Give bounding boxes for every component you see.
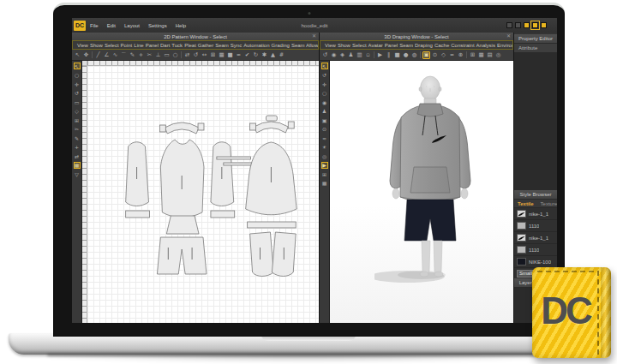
poly-side-icon[interactable]: ◇ (74, 108, 81, 115)
menu-settings[interactable]: Settings (148, 23, 167, 28)
tab-attribute[interactable]: Attribute (514, 44, 557, 53)
grid-3d-icon[interactable]: ⊞ (321, 170, 328, 177)
pattern-piece-hood-tab[interactable] (250, 123, 256, 130)
capture-icon[interactable]: ◎ (494, 51, 502, 59)
style-item[interactable]: NIKE-100 (514, 256, 557, 268)
viewport-3d[interactable] (330, 61, 513, 323)
pen-tool-icon[interactable]: ✎ (129, 51, 136, 59)
pattern-piece-shorts-back-left[interactable] (250, 232, 274, 277)
draping-menu-draping[interactable]: Draping (415, 43, 433, 48)
close-icon[interactable]: ✕ (506, 33, 511, 39)
property-editor-header[interactable]: Property Editor (514, 34, 557, 44)
draping-menu-avatar[interactable]: Avatar (368, 43, 383, 48)
camera-3d-icon[interactable]: ◎ (321, 152, 328, 159)
show-avatar-icon[interactable]: ◉ (330, 51, 338, 59)
draping-menu-seam[interactable]: Seam (399, 43, 413, 48)
move-tool-icon[interactable]: ✥ (82, 51, 90, 59)
style-item[interactable]: 1110 (514, 220, 557, 232)
play-icon[interactable]: ▶ (376, 51, 384, 59)
reset-view-icon[interactable]: ↺ (321, 51, 329, 59)
scissors-tool-icon[interactable]: ✂ (146, 51, 153, 59)
orbit-3d-icon[interactable]: ↺ (321, 72, 328, 79)
pattern-piece-front-bodice[interactable] (160, 140, 204, 218)
pattern-piece-waistband[interactable] (248, 222, 297, 228)
select-side-icon[interactable]: ↖ (74, 63, 81, 69)
pattern-piece-hood-top[interactable] (266, 116, 277, 121)
fold-icon[interactable]: ◇ (440, 51, 447, 59)
select-3d-icon[interactable]: ↖ (321, 63, 328, 69)
automation-tool-icon[interactable]: ✱ (261, 51, 268, 59)
pattern-window-titlebar[interactable]: 2D Pattern Window - Select ✕ (72, 33, 319, 40)
draping-menu-show[interactable]: Show (338, 43, 350, 48)
app-logo[interactable]: DC (74, 21, 86, 31)
pattern-menu-seam-allowance[interactable]: Seam Allowance (291, 43, 319, 48)
select-tool-icon[interactable]: ↖ (74, 51, 81, 59)
menu-file[interactable]: File (90, 23, 99, 28)
pattern-piece-sleeve-right[interactable] (211, 142, 234, 206)
pattern-piece-shorts-front[interactable] (157, 237, 207, 274)
curve-tool-icon[interactable]: ∿ (111, 51, 119, 59)
pose-icon[interactable]: ♟ (347, 51, 355, 59)
sew-icon[interactable]: ≈ (448, 51, 456, 59)
pan-3d-icon[interactable]: ✛ (321, 81, 328, 87)
draping-window-titlebar[interactable]: 3D Draping Window - Select ✕ (320, 33, 513, 40)
pattern-menu-point[interactable]: Point (121, 43, 133, 48)
rectangle-tool-icon[interactable]: ▭ (163, 51, 171, 59)
pattern-menu-dart[interactable]: Dart (160, 43, 170, 48)
line-tool-icon[interactable]: ╱ (94, 51, 102, 59)
cache-icon[interactable]: ◍ (410, 51, 418, 59)
sheet-view-icon[interactable]: ▤ (486, 51, 494, 59)
stop-icon[interactable]: ■ (393, 51, 401, 59)
rect-side-icon[interactable]: ▭ (74, 98, 81, 105)
pattern-menu-automation[interactable]: Automation (243, 43, 269, 48)
notch-tool-icon[interactable]: ⊥ (154, 51, 162, 59)
window-layout-icon-1[interactable] (506, 22, 512, 28)
tab-texture[interactable]: Texture (537, 201, 557, 206)
pattern-piece-hood-back-band[interactable] (255, 122, 289, 133)
style-browser-header[interactable]: Style Browser (514, 190, 557, 200)
measure-tool-icon[interactable]: ↔ (201, 51, 208, 59)
shorts[interactable] (404, 200, 456, 241)
rotate-side-icon[interactable]: ↺ (74, 90, 81, 97)
hoodie-pocket[interactable] (410, 167, 450, 193)
menu-edit[interactable]: Edit (107, 23, 116, 28)
draping-menu-cache[interactable]: Cache (434, 43, 449, 48)
add-point-tool-icon[interactable]: + (137, 51, 145, 59)
pause-icon[interactable]: ∥ (385, 51, 392, 59)
pattern-menu-tuck[interactable]: Tuck (171, 43, 183, 48)
draping-menu-constraint[interactable]: Constraint (451, 43, 474, 48)
check-tool-icon[interactable]: ✔ (243, 51, 251, 59)
pattern-piece-hood-front-band[interactable] (165, 122, 199, 134)
avatar-3d-icon[interactable]: ◉ (321, 98, 328, 105)
pin-icon[interactable]: ⊙ (431, 51, 439, 59)
draping-menu-view[interactable]: View (325, 43, 336, 48)
pen-side-icon[interactable]: ✎ (74, 134, 81, 141)
fabric-tool-icon[interactable]: ▦ (218, 51, 225, 59)
pattern-side-icon[interactable]: ▦ (74, 162, 81, 169)
simulate-icon[interactable]: ▣ (422, 51, 430, 59)
size-icon[interactable]: ▥ (356, 51, 363, 59)
point-side-icon[interactable]: + (74, 144, 81, 151)
simulate-3d-icon[interactable]: ▶ (321, 162, 328, 169)
style-item[interactable]: nike-1_1 (514, 232, 557, 244)
mirror-side-icon[interactable]: ⇄ (74, 152, 81, 159)
pattern-menu-grading[interactable]: Grading (272, 43, 290, 48)
avatar-library-icon[interactable]: ◈ (338, 51, 346, 59)
pattern-menu-gather[interactable]: Gather (198, 43, 213, 48)
avatar-model[interactable] (374, 71, 486, 285)
tab-textile[interactable]: Textile (514, 201, 537, 206)
dart-side-icon[interactable]: ▽ (74, 170, 81, 177)
zoom-3d-icon[interactable]: ○ (321, 90, 328, 97)
pattern-piece-sleeve-left[interactable] (126, 142, 149, 206)
pan-side-icon[interactable]: ✛ (74, 81, 81, 87)
cut-side-icon[interactable]: ✂ (74, 126, 81, 133)
wind-3d-icon[interactable]: ≈ (321, 134, 328, 141)
walk-3d-icon[interactable]: ♟ (321, 108, 328, 115)
window-layout-icon-2[interactable] (515, 22, 521, 28)
window-layout-icon-4[interactable] (532, 22, 538, 28)
mirror-tool-icon[interactable]: ⇄ (183, 51, 191, 59)
polyline-tool-icon[interactable]: ∠ (103, 51, 111, 59)
draping-menu-panel[interactable]: Panel (385, 43, 398, 48)
strengthen-icon[interactable]: ⊕ (457, 51, 464, 59)
window-layout-icon-3[interactable] (524, 22, 530, 28)
